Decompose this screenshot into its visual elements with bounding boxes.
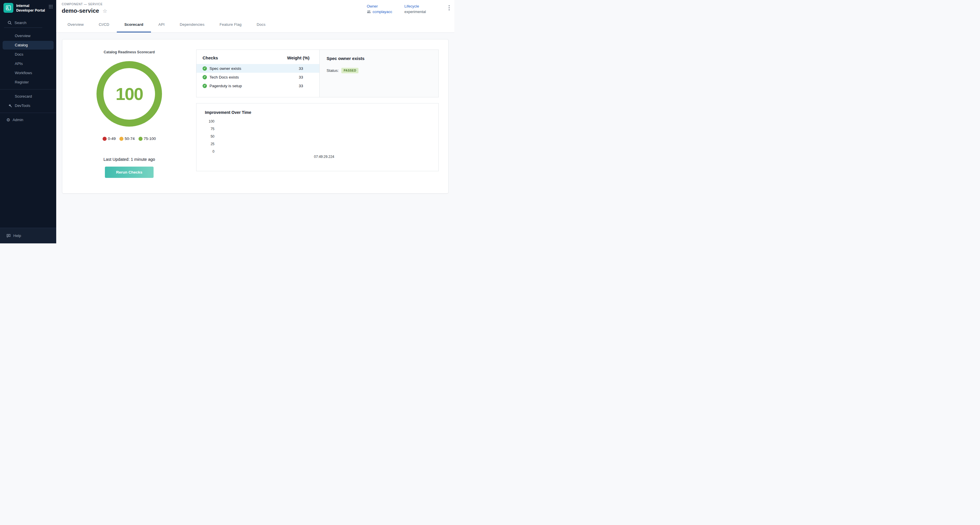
gauge-legend: 0-49 50-74 75-100 — [103, 137, 156, 141]
status-badge: PASSED — [341, 68, 358, 73]
checks-table-header: Checks Weight (%) — [196, 50, 319, 64]
entity-header: COMPONENT — SERVICE demo-service ☆ Owner — [56, 0, 454, 16]
check-name: Pagerduty is setup — [210, 84, 242, 88]
legend-label: 0-49 — [108, 137, 116, 141]
search-divider — [4, 27, 42, 28]
check-row-tech-docs[interactable]: ✓ Tech Docs exists 33 — [196, 73, 319, 81]
check-row-spec-owner[interactable]: ✓ Spec owner exists 33 — [196, 64, 319, 73]
score-gauge: 100 — [97, 61, 162, 127]
check-detail-title: Spec owner exists — [326, 56, 431, 61]
weight-column-header: Weight (%) — [287, 55, 309, 60]
tab-overview[interactable]: Overview — [60, 16, 91, 32]
sidebar-spacer — [0, 124, 56, 228]
check-passed-icon: ✓ — [202, 75, 207, 80]
checks-column-header: Checks — [202, 55, 218, 60]
scorecard-title: Catalog Readiness Scorecard — [104, 50, 155, 54]
y-tick: 25 — [211, 142, 215, 146]
group-icon — [367, 10, 371, 13]
gauge-column: Catalog Readiness Scorecard 100 0-49 50-… — [62, 40, 196, 193]
sidebar-item-workflows[interactable]: Workflows — [3, 68, 54, 77]
owner-meta: Owner ccmplayacc — [367, 4, 392, 14]
sidebar-item-label: DevTools — [15, 103, 30, 108]
page-title: demo-service — [62, 8, 99, 14]
owner-value[interactable]: ccmplayacc — [373, 10, 392, 14]
checks-table: Checks Weight (%) ✓ Spec owner exists 33… — [196, 50, 320, 97]
tab-dependencies[interactable]: Dependencies — [172, 16, 212, 32]
sidebar-nav: Overview Catalog Docs APIs Workflows Reg… — [0, 30, 56, 124]
legend-item-high: 75-100 — [138, 137, 156, 141]
tab-docs[interactable]: Docs — [249, 16, 273, 32]
sidebar-item-help[interactable]: Help — [0, 228, 56, 243]
check-name: Tech Docs exists — [210, 75, 239, 80]
sidebar-item-label: Docs — [15, 52, 24, 57]
check-name: Spec owner exists — [210, 66, 241, 71]
check-row-pagerduty[interactable]: ✓ Pagerduty is setup 33 — [196, 81, 319, 90]
y-tick: 75 — [211, 127, 215, 131]
entity-tabs: Overview CI/CD Scorecard API Dependencie… — [56, 16, 454, 33]
chart-plot-area — [217, 119, 431, 154]
tab-scorecard[interactable]: Scorecard — [117, 16, 151, 32]
sidebar-item-overview[interactable]: Overview — [3, 32, 54, 40]
scorecard-content: Catalog Readiness Scorecard 100 0-49 50-… — [56, 33, 454, 243]
sidebar-item-label: Overview — [15, 33, 30, 38]
y-tick: 100 — [208, 119, 215, 123]
improvement-chart-panel: Improvement Over Time 100 75 50 25 0 07:… — [196, 103, 439, 171]
entity-header-right: Owner ccmplayacc Lifecycle experimenta — [367, 3, 450, 16]
gear-icon: ⚙ — [6, 118, 10, 122]
x-tick: 07:49:29.224 — [314, 155, 334, 159]
legend-dot-green-icon — [138, 137, 143, 141]
legend-dot-amber-icon — [119, 137, 123, 141]
star-icon[interactable]: ☆ — [103, 8, 107, 14]
sidebar-item-label: Admin — [13, 118, 23, 122]
wrench-icon — [8, 104, 12, 108]
kebab-menu-icon[interactable] — [449, 4, 450, 10]
nav-divider — [0, 113, 56, 113]
tab-cicd[interactable]: CI/CD — [91, 16, 117, 32]
sidebar-item-devtools[interactable]: DevTools — [3, 102, 54, 110]
y-tick: 0 — [212, 150, 215, 154]
breadcrumb: COMPONENT — SERVICE — [62, 3, 107, 6]
portal-logo-icon — [3, 3, 13, 13]
search-label: Search — [14, 21, 26, 25]
sidebar-item-label: APIs — [15, 61, 22, 66]
sidebar-item-register[interactable]: Register — [3, 78, 54, 87]
apps-grid-icon[interactable] — [49, 3, 53, 9]
sidebar-item-label: Register — [15, 80, 29, 84]
sidebar: Internal Developer Portal Search Overvie… — [0, 0, 56, 243]
score-value: 100 — [116, 84, 143, 104]
checks-panel: Checks Weight (%) ✓ Spec owner exists 33… — [196, 49, 439, 97]
help-label: Help — [13, 234, 21, 238]
brand: Internal Developer Portal — [0, 0, 56, 16]
status-label: Status: — [326, 68, 339, 73]
legend-item-mid: 50-74 — [119, 137, 135, 141]
lifecycle-value: experimental — [404, 10, 426, 14]
chart-title: Improvement Over Time — [204, 110, 431, 115]
tab-api[interactable]: API — [151, 16, 172, 32]
last-updated-text: Last Updated: 1 minute ago — [103, 157, 155, 162]
check-passed-icon: ✓ — [202, 66, 207, 71]
sidebar-item-catalog[interactable]: Catalog — [3, 41, 54, 49]
owner-label[interactable]: Owner — [367, 4, 392, 8]
sidebar-item-admin[interactable]: ⚙ Admin — [3, 116, 54, 124]
scorecard-card: Catalog Readiness Scorecard 100 0-49 50-… — [62, 39, 449, 194]
sidebar-item-scorecard[interactable]: Scorecard — [3, 92, 54, 101]
tab-feature-flag[interactable]: Feature Flag — [212, 16, 249, 32]
check-detail-panel: Spec owner exists Status: PASSED — [320, 50, 438, 97]
brand-title: Internal Developer Portal — [16, 3, 46, 13]
main-area: COMPONENT — SERVICE demo-service ☆ Owner — [56, 0, 454, 243]
legend-label: 75-100 — [144, 137, 156, 141]
check-passed-icon: ✓ — [202, 84, 207, 88]
chart-x-axis: 07:49:29.224 — [217, 155, 431, 159]
legend-item-low: 0-49 — [103, 137, 116, 141]
lifecycle-meta: Lifecycle experimental — [404, 4, 426, 14]
rerun-checks-button[interactable]: Rerun Checks — [105, 167, 154, 178]
sidebar-item-apis[interactable]: APIs — [3, 59, 54, 68]
legend-label: 50-74 — [125, 137, 135, 141]
y-tick: 50 — [211, 134, 215, 138]
legend-dot-red-icon — [103, 137, 107, 141]
check-weight: 33 — [299, 75, 319, 80]
check-weight: 33 — [299, 66, 319, 71]
sidebar-search[interactable]: Search — [0, 16, 56, 27]
lifecycle-label[interactable]: Lifecycle — [404, 4, 426, 8]
sidebar-item-docs[interactable]: Docs — [3, 50, 54, 59]
